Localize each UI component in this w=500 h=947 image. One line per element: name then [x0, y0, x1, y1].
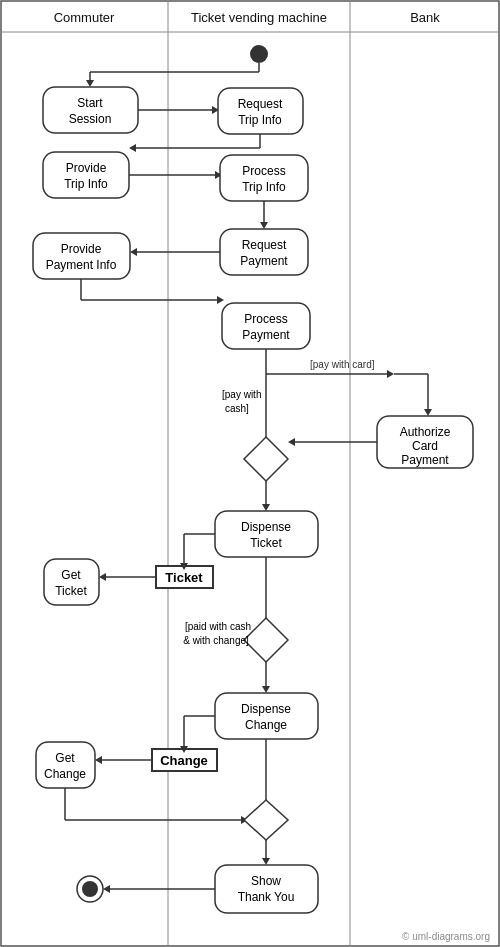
svg-text:Dispense: Dispense	[241, 702, 291, 716]
svg-text:Change: Change	[160, 753, 208, 768]
svg-text:Trip Info: Trip Info	[64, 177, 108, 191]
svg-text:[paid with cash: [paid with cash	[185, 621, 251, 632]
svg-text:Ticket: Ticket	[165, 570, 203, 585]
svg-point-124	[250, 45, 268, 63]
svg-rect-223	[215, 865, 318, 913]
svg-rect-150	[220, 229, 308, 275]
svg-text:Trip Info: Trip Info	[238, 113, 282, 127]
svg-text:Provide: Provide	[61, 242, 102, 256]
svg-text:Payment Info: Payment Info	[46, 258, 117, 272]
svg-text:Authorize: Authorize	[400, 425, 451, 439]
svg-text:© uml-diagrams.org: © uml-diagrams.org	[402, 931, 490, 942]
svg-rect-203	[215, 693, 318, 739]
svg-rect-161	[222, 303, 310, 349]
svg-text:Card: Card	[412, 439, 438, 453]
svg-text:Process: Process	[242, 164, 285, 178]
svg-text:Payment: Payment	[401, 453, 449, 467]
svg-text:Request: Request	[242, 238, 287, 252]
svg-rect-116	[0, 0, 500, 947]
svg-rect-184	[215, 511, 318, 557]
svg-text:Payment: Payment	[242, 328, 290, 342]
svg-text:Ticket: Ticket	[55, 584, 87, 598]
svg-rect-155	[33, 233, 130, 279]
svg-rect-145	[220, 155, 308, 201]
svg-text:Change: Change	[44, 767, 86, 781]
svg-text:& with change]: & with change]	[183, 635, 249, 646]
svg-rect-140	[43, 152, 129, 198]
svg-rect-129	[43, 87, 138, 133]
svg-text:[pay with card]: [pay with card]	[310, 359, 375, 370]
svg-text:Ticket vending machine: Ticket vending machine	[191, 10, 327, 25]
svg-text:Change: Change	[245, 718, 287, 732]
svg-text:Dispense: Dispense	[241, 520, 291, 534]
svg-text:cash]: cash]	[225, 403, 249, 414]
svg-text:Process: Process	[244, 312, 287, 326]
svg-rect-134	[218, 88, 303, 134]
svg-text:Show: Show	[251, 874, 281, 888]
svg-rect-194	[44, 559, 99, 605]
svg-text:Bank: Bank	[410, 10, 440, 25]
svg-text:Thank You: Thank You	[238, 890, 295, 904]
svg-text:Request: Request	[238, 97, 283, 111]
svg-text:Get: Get	[55, 751, 75, 765]
diagram-container-2: Commuter Ticket vending machine Bank Sta…	[0, 0, 500, 947]
svg-text:Trip Info: Trip Info	[242, 180, 286, 194]
svg-text:Ticket: Ticket	[250, 536, 282, 550]
svg-text:Payment: Payment	[240, 254, 288, 268]
svg-point-229	[82, 881, 98, 897]
svg-text:Session: Session	[69, 112, 112, 126]
svg-text:Provide: Provide	[66, 161, 107, 175]
svg-rect-213	[36, 742, 95, 788]
svg-text:Get: Get	[61, 568, 81, 582]
svg-text:[pay with: [pay with	[222, 389, 261, 400]
svg-text:Commuter: Commuter	[54, 10, 115, 25]
svg-text:Start: Start	[77, 96, 103, 110]
